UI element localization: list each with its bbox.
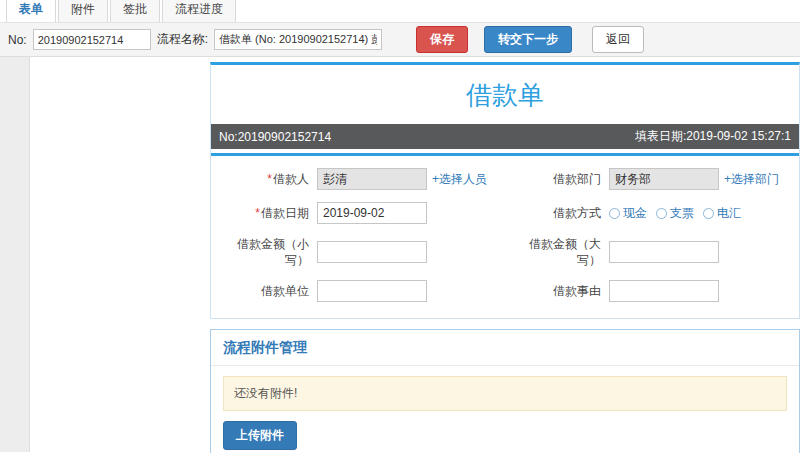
radio-option-check[interactable]: 支票 <box>656 205 694 222</box>
form-fields-grid: *借款人 +选择人员 借款部门 +选择部门 *借款日期 借款方式 <box>211 156 799 318</box>
loan-reason-input[interactable] <box>609 280 719 302</box>
tab-attachments[interactable]: 附件 <box>58 0 108 22</box>
tab-process-progress[interactable]: 流程进度 <box>162 0 236 22</box>
tab-form[interactable]: 表单 <box>6 0 56 22</box>
radio-icon[interactable] <box>656 208 667 219</box>
radio-option-cash[interactable]: 现金 <box>609 205 647 222</box>
no-input[interactable] <box>33 29 151 50</box>
amount-uppercase-label: 借款金额（大写） <box>509 236 601 268</box>
borrower-label: *借款人 <box>217 171 309 187</box>
form-no-text: No:20190902152714 <box>219 130 331 144</box>
loan-form-panel: 借款单 No:20190902152714 填表日期:2019-09-02 15… <box>210 62 800 319</box>
amount-lowercase-label: 借款金额（小写） <box>217 236 309 268</box>
field-loan-unit: 借款单位 <box>213 274 505 308</box>
required-mark: * <box>255 206 260 220</box>
field-loan-date: *借款日期 <box>213 196 505 230</box>
save-button[interactable]: 保存 <box>416 26 468 53</box>
action-toolbar: No: 流程名称: 保存 转交下一步 返回 <box>0 23 800 57</box>
form-date-text: 填表日期:2019-09-02 15:27:1 <box>635 128 791 145</box>
department-label: 借款部门 <box>509 171 601 187</box>
no-label: No: <box>8 33 27 47</box>
amount-lowercase-input[interactable] <box>317 241 427 263</box>
transfer-next-step-button[interactable]: 转交下一步 <box>484 26 572 53</box>
back-button[interactable]: 返回 <box>592 26 644 53</box>
radio-label: 支票 <box>670 205 694 222</box>
department-input[interactable] <box>609 168 719 190</box>
attachment-panel: 流程附件管理 还没有附件! 上传附件 <box>210 329 800 453</box>
top-tabbar: 表单 附件 签批 流程进度 <box>0 0 800 23</box>
process-name-label: 流程名称: <box>157 31 208 48</box>
select-department-link[interactable]: +选择部门 <box>724 171 779 188</box>
loan-reason-label: 借款事由 <box>509 283 601 299</box>
amount-uppercase-input[interactable] <box>609 241 719 263</box>
select-person-link[interactable]: +选择人员 <box>432 171 487 188</box>
radio-option-wire[interactable]: 电汇 <box>703 205 741 222</box>
field-borrower: *借款人 +选择人员 <box>213 162 505 196</box>
loan-method-label: 借款方式 <box>509 205 601 221</box>
tab-approval[interactable]: 签批 <box>110 0 160 22</box>
loan-unit-input[interactable] <box>317 280 427 302</box>
loan-date-label: *借款日期 <box>217 205 309 221</box>
no-attachments-notice: 还没有附件! <box>223 376 787 411</box>
loan-unit-label: 借款单位 <box>217 283 309 299</box>
field-loan-method: 借款方式 现金 支票 电汇 <box>505 196 797 230</box>
field-amount-uppercase: 借款金额（大写） <box>505 230 797 274</box>
radio-label: 现金 <box>623 205 647 222</box>
left-sidebar-strip <box>0 57 30 452</box>
field-amount-lowercase: 借款金额（小写） <box>213 230 505 274</box>
borrower-input[interactable] <box>317 168 427 190</box>
process-name-input[interactable] <box>214 29 382 50</box>
workspace: 借款单 No:20190902152714 填表日期:2019-09-02 15… <box>0 57 800 452</box>
required-mark: * <box>267 172 272 186</box>
loan-date-input[interactable] <box>317 202 427 224</box>
upload-attachment-button[interactable]: 上传附件 <box>223 421 297 450</box>
radio-icon[interactable] <box>703 208 714 219</box>
radio-label: 电汇 <box>717 205 741 222</box>
main-content: 借款单 No:20190902152714 填表日期:2019-09-02 15… <box>210 62 800 453</box>
page-title: 借款单 <box>211 65 799 124</box>
field-department: 借款部门 +选择部门 <box>505 162 797 196</box>
form-info-bar: No:20190902152714 填表日期:2019-09-02 15:27:… <box>211 124 799 149</box>
radio-icon[interactable] <box>609 208 620 219</box>
attachment-panel-title: 流程附件管理 <box>211 330 799 366</box>
field-loan-reason: 借款事由 <box>505 274 797 308</box>
